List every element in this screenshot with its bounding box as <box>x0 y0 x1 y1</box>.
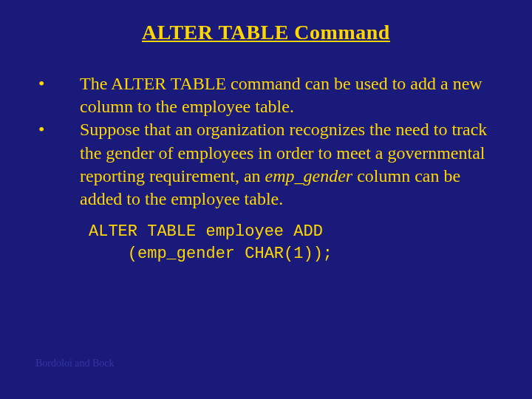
bullet-item: • The ALTER TABLE command can be used to… <box>35 72 497 118</box>
code-line: (emp_gender CHAR(1)); <box>89 243 497 265</box>
footer-credit: Bordoloi and Bock <box>35 358 115 369</box>
bullet-marker: • <box>35 118 80 141</box>
slide: ALTER TABLE Command • The ALTER TABLE co… <box>0 0 532 399</box>
bullet-list: • The ALTER TABLE command can be used to… <box>35 72 497 211</box>
bullet-text-italic: emp_gender <box>265 166 353 185</box>
bullet-text: Suppose that an organization recognizes … <box>80 118 497 211</box>
slide-title: ALTER TABLE Command <box>35 21 497 44</box>
bullet-item: • Suppose that an organization recognize… <box>35 118 497 211</box>
code-line: ALTER TABLE employee ADD <box>89 221 497 243</box>
bullet-marker: • <box>35 72 80 95</box>
bullet-text: The ALTER TABLE command can be used to a… <box>80 72 497 118</box>
code-block: ALTER TABLE employee ADD (emp_gender CHA… <box>89 221 497 265</box>
